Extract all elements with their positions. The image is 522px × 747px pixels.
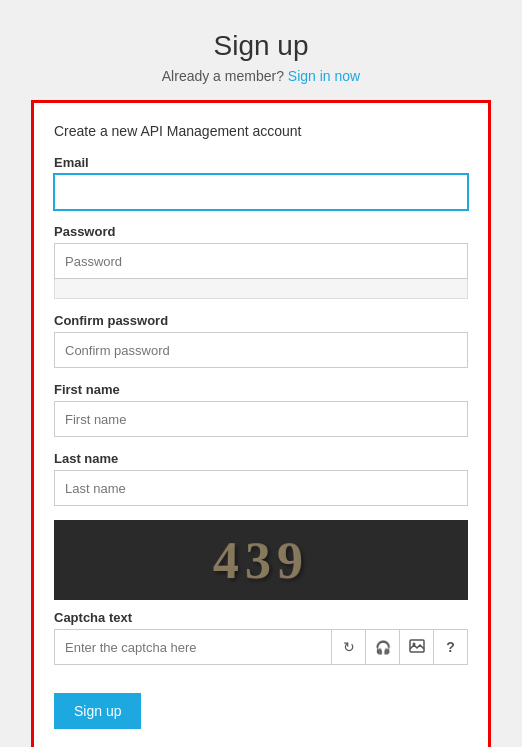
- last-name-label: Last name: [54, 451, 468, 466]
- captcha-display: 439: [212, 531, 309, 590]
- captcha-input-row: ↻ 🎧 ?: [54, 629, 468, 665]
- last-name-group: Last name: [54, 451, 468, 506]
- headphone-icon: 🎧: [375, 640, 391, 655]
- password-wrapper: [54, 243, 468, 299]
- page-wrapper: Sign up Already a member? Sign in now Cr…: [0, 0, 522, 747]
- first-name-group: First name: [54, 382, 468, 437]
- email-group: Email: [54, 155, 468, 210]
- captcha-refresh-button[interactable]: ↻: [331, 630, 365, 664]
- help-icon: ?: [446, 639, 455, 655]
- form-card: Create a new API Management account Emai…: [31, 100, 491, 747]
- first-name-input[interactable]: [54, 401, 468, 437]
- already-member-label: Already a member?: [162, 68, 284, 84]
- captcha-group: 439 Captcha text ↻ 🎧: [54, 520, 468, 665]
- form-subtitle: Create a new API Management account: [54, 123, 468, 139]
- confirm-password-label: Confirm password: [54, 313, 468, 328]
- email-input[interactable]: [54, 174, 468, 210]
- confirm-password-input[interactable]: [54, 332, 468, 368]
- refresh-icon: ↻: [343, 639, 355, 655]
- sign-in-link[interactable]: Sign in now: [288, 68, 360, 84]
- captcha-image-button[interactable]: [399, 630, 433, 664]
- captcha-help-button[interactable]: ?: [433, 630, 467, 664]
- page-title: Sign up: [214, 30, 309, 62]
- confirm-password-group: Confirm password: [54, 313, 468, 368]
- password-label: Password: [54, 224, 468, 239]
- password-group: Password: [54, 224, 468, 299]
- captcha-audio-button[interactable]: 🎧: [365, 630, 399, 664]
- captcha-input[interactable]: [55, 630, 331, 664]
- already-member-text: Already a member? Sign in now: [162, 68, 360, 84]
- image-icon: [409, 639, 425, 656]
- password-input[interactable]: [54, 243, 468, 279]
- first-name-label: First name: [54, 382, 468, 397]
- captcha-image: 439: [54, 520, 468, 600]
- captcha-label: Captcha text: [54, 610, 468, 625]
- email-label: Email: [54, 155, 468, 170]
- signup-button[interactable]: Sign up: [54, 693, 141, 729]
- last-name-input[interactable]: [54, 470, 468, 506]
- password-hint: [54, 279, 468, 299]
